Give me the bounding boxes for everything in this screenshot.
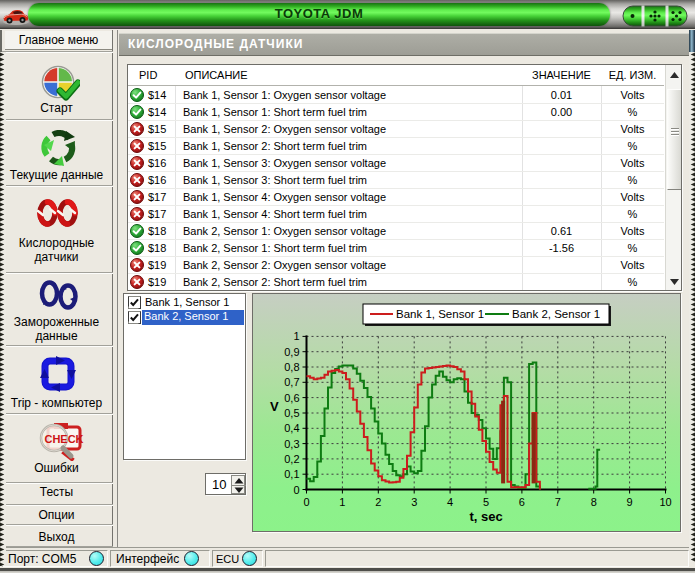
svg-text:2: 2 bbox=[375, 496, 381, 508]
svg-text:V: V bbox=[270, 399, 279, 414]
svg-text:0,6: 0,6 bbox=[284, 392, 299, 404]
svg-text:0,8: 0,8 bbox=[284, 361, 299, 373]
svg-text:1: 1 bbox=[293, 330, 299, 342]
svg-text:0: 0 bbox=[303, 496, 309, 508]
svg-text:0,2: 0,2 bbox=[284, 453, 299, 465]
svg-text:3: 3 bbox=[411, 496, 417, 508]
svg-text:0: 0 bbox=[293, 484, 299, 496]
svg-text:0,7: 0,7 bbox=[284, 376, 299, 388]
svg-text:0,3: 0,3 bbox=[284, 438, 299, 450]
svg-text:Bank 1, Sensor 1: Bank 1, Sensor 1 bbox=[396, 308, 484, 320]
svg-text:9: 9 bbox=[627, 496, 633, 508]
svg-text:Bank 2, Sensor 1: Bank 2, Sensor 1 bbox=[512, 308, 600, 320]
svg-text:0,1: 0,1 bbox=[284, 468, 299, 480]
svg-text:0,4: 0,4 bbox=[284, 422, 299, 434]
svg-text:0,9: 0,9 bbox=[284, 346, 299, 358]
svg-text:7: 7 bbox=[555, 496, 561, 508]
svg-text:8: 8 bbox=[591, 496, 597, 508]
svg-text:4: 4 bbox=[447, 496, 453, 508]
svg-text:10: 10 bbox=[659, 496, 671, 508]
svg-text:1: 1 bbox=[339, 496, 345, 508]
svg-text:5: 5 bbox=[483, 496, 489, 508]
svg-text:0,5: 0,5 bbox=[284, 407, 299, 419]
svg-text:6: 6 bbox=[519, 496, 525, 508]
svg-text:t, sec: t, sec bbox=[469, 509, 502, 524]
svg-text:CHECK: CHECK bbox=[44, 433, 83, 445]
